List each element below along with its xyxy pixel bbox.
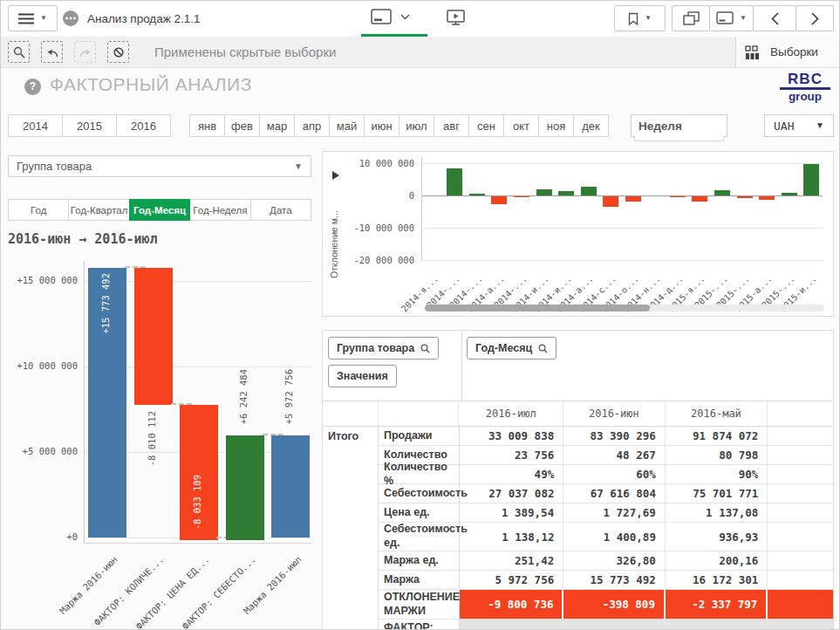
filter-month-сен[interactable]: сен (468, 114, 504, 137)
clear-circle-icon (113, 46, 125, 58)
filter-year-2015[interactable]: 2015 (62, 114, 117, 137)
chart-scrollbar[interactable] (425, 305, 824, 312)
pivot-values-button[interactable]: Значения (328, 365, 397, 387)
deviation-bar[interactable] (603, 196, 618, 207)
filter-month-июл[interactable]: июл (399, 114, 434, 137)
deviation-bar[interactable] (447, 168, 462, 195)
filter-month-мар[interactable]: мар (259, 114, 295, 137)
selections-search-button[interactable] (8, 41, 30, 63)
deviation-bar[interactable] (714, 190, 730, 195)
redo-selection-button[interactable] (74, 41, 96, 63)
currency-dropdown[interactable]: UAH ▼ (764, 114, 834, 137)
deviation-ytick: -20 000 000 (327, 255, 414, 265)
waterfall-y-axis (84, 261, 85, 543)
deviation-bar[interactable] (803, 164, 819, 195)
storytelling-button[interactable] (447, 10, 465, 25)
values-label: Значения (337, 370, 388, 382)
pivot-row-dimension-button[interactable]: Группа товара (328, 337, 439, 360)
pivot-row-label: Цена ед. (379, 503, 460, 522)
deviation-bar[interactable] (558, 191, 574, 195)
pivot-value-cell: 200,16 (666, 551, 768, 570)
bookmark-icon (628, 12, 639, 25)
deviation-bar[interactable] (625, 196, 641, 202)
waterfall-bar-value: -8 033 109 (193, 475, 202, 530)
selections-grid-icon (745, 45, 760, 59)
deviation-y-axis (421, 157, 422, 260)
pivot-corner-cell (323, 401, 379, 426)
filter-month-авг[interactable]: авг (434, 114, 469, 137)
waterfall-bar[interactable] (226, 435, 264, 540)
filter-month-май[interactable]: май (329, 114, 365, 137)
deviation-bar[interactable] (782, 193, 797, 195)
tab-Год-Квартал[interactable]: Год-Квартал (68, 199, 129, 221)
sheet-menu-button[interactable]: ▼ (709, 5, 754, 31)
pivot-value-cell: 49% (460, 465, 564, 483)
week-filter[interactable]: Неделя (631, 114, 727, 137)
pivot-total-cell[interactable]: Итого (323, 427, 379, 630)
chart-scrollbar-thumb[interactable] (425, 305, 650, 312)
deviation-gridline (421, 163, 823, 164)
bookmarks-button[interactable]: ▼ (614, 5, 666, 31)
search-icon (538, 344, 548, 353)
deviation-bar[interactable] (670, 196, 686, 197)
pivot-column-header[interactable]: 2016-июн (563, 401, 666, 426)
pivot-column-header[interactable]: 2016-май (666, 401, 768, 426)
waterfall-ytick: +0 (8, 531, 78, 542)
tab-Год-Неделя[interactable]: Год-Неделя (189, 199, 250, 221)
filter-month-дек[interactable]: дек (573, 114, 609, 137)
waterfall-x-axis (84, 543, 311, 544)
global-menu-button[interactable]: ▼ (8, 5, 58, 31)
deviation-bar[interactable] (759, 196, 775, 200)
filter-year-2016[interactable]: 2016 (116, 114, 171, 137)
undo-selection-button[interactable] (41, 41, 63, 63)
next-sheet-button[interactable] (796, 5, 834, 31)
waterfall-bar-value: +6 242 484 (239, 369, 249, 424)
currency-value: UAH (774, 120, 794, 133)
deviation-bar[interactable] (692, 196, 707, 202)
pivot-column-headers: 2016-июл2016-июн2016-май (323, 401, 833, 427)
deviation-bar[interactable] (514, 196, 529, 197)
pivot-column-header[interactable]: 2016-июл (459, 401, 563, 426)
sheet-icon (716, 11, 734, 25)
sheets-overview-button[interactable] (672, 5, 710, 31)
pivot-col-dimension-button[interactable]: Год-Месяц (467, 337, 557, 360)
tab-Год-Месяц[interactable]: Год-Месяц (129, 199, 190, 221)
deviation-bar[interactable] (581, 187, 597, 195)
filter-month-апр[interactable]: апр (294, 114, 330, 137)
tab-Дата[interactable]: Дата (250, 199, 311, 221)
pivot-row-label: Себестоимость (379, 484, 460, 503)
waterfall-bar[interactable] (134, 268, 173, 405)
selections-label: Выборки (770, 45, 818, 58)
duplicate-sheet-icon (683, 11, 700, 26)
sheet-selector[interactable] (371, 9, 410, 25)
filter-month-фев[interactable]: фев (224, 114, 260, 137)
filter-month-окт[interactable]: окт (503, 114, 539, 137)
app-icon[interactable] (63, 10, 79, 26)
pivot-row-label: Маржа (379, 571, 460, 589)
filter-month-июн[interactable]: июн (364, 114, 400, 137)
previous-sheet-button[interactable] (753, 5, 796, 31)
pivot-corner-cell (379, 401, 460, 426)
period-tabs: ГодГод-КварталГод-МесяцГод-НеделяДата (8, 199, 311, 221)
sheet-icon (371, 9, 392, 25)
product-group-select[interactable]: Группа товара ▼ (8, 155, 311, 177)
filter-year-2014[interactable]: 2014 (8, 114, 63, 137)
app-dots-icon (63, 10, 79, 26)
chevron-down-icon (400, 14, 410, 20)
filter-month-янв[interactable]: янв (189, 114, 225, 137)
filter-month-ноя[interactable]: ноя (538, 114, 574, 137)
help-icon[interactable]: ? (24, 79, 41, 95)
pivot-filler-cell (768, 465, 833, 483)
clear-selections-button[interactable] (107, 41, 129, 63)
deviation-bar[interactable] (469, 194, 485, 195)
tab-Год[interactable]: Год (8, 199, 69, 221)
selections-panel-toggle[interactable]: Выборки (735, 37, 839, 67)
pivot-value-cell: 60% (563, 465, 666, 483)
pivot-value-cell: 23 756 (460, 446, 564, 464)
deviation-bar[interactable] (737, 196, 753, 198)
redo-arrow-icon (79, 47, 92, 58)
waterfall-bar[interactable] (271, 435, 310, 538)
deviation-bar[interactable] (536, 189, 552, 195)
app-title: Анализ продаж 2.1.1 (87, 12, 201, 25)
deviation-bar[interactable] (491, 196, 507, 204)
